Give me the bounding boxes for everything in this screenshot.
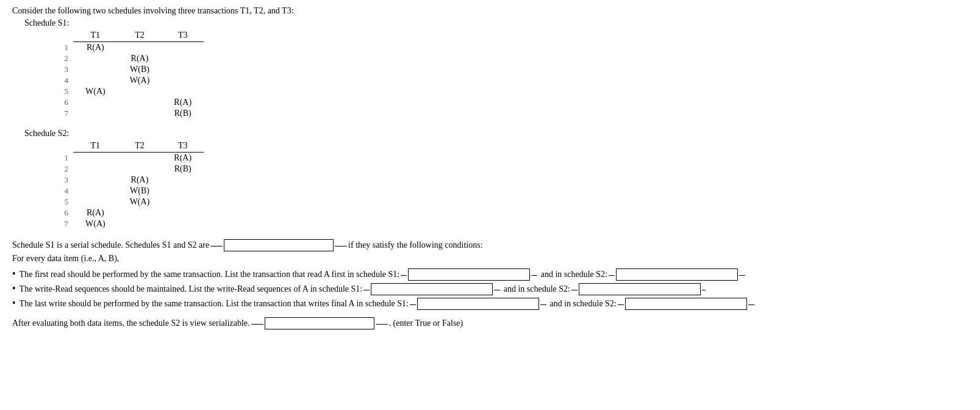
s1-row-4-t3 xyxy=(162,75,204,86)
s2-row-1-t2 xyxy=(118,153,162,164)
s2-row-num-2: 2 xyxy=(49,164,73,174)
bullet-1-sym: • xyxy=(12,268,16,279)
s1-row-6-t1 xyxy=(73,97,118,108)
s2-row-2-t1 xyxy=(73,164,118,174)
bullet-1-blank3 xyxy=(609,275,615,276)
s2-header-t2: T2 xyxy=(118,141,162,153)
s2-row-num-7: 7 xyxy=(49,218,73,229)
s2-row-num-5: 5 xyxy=(49,196,73,207)
bullet-1-input1[interactable] xyxy=(408,268,530,281)
after-blank1 xyxy=(251,324,263,325)
s1-row-4-t2: W(A) xyxy=(118,75,162,86)
bullet-1-blank4 xyxy=(739,275,745,276)
s1-row-7-t2 xyxy=(118,108,162,119)
serial-blank-after xyxy=(335,246,347,246)
s2-row-6-t2 xyxy=(118,207,162,218)
bullet-1-blank2 xyxy=(531,275,537,276)
after-line: After evaluating both data items, the sc… xyxy=(12,317,968,329)
serial-blank-before xyxy=(210,246,223,246)
s2-header-empty xyxy=(49,141,73,153)
table-row: 4W(B) xyxy=(49,185,204,196)
s2-row-3-t2: R(A) xyxy=(118,174,162,185)
s2-row-3-t1 xyxy=(73,174,118,185)
s1-row-num-3: 3 xyxy=(49,64,73,75)
s1-row-7-t1 xyxy=(73,108,118,119)
bullet-2-blank1 xyxy=(363,290,370,290)
bullet-3-text: The last write should be performed by th… xyxy=(20,299,409,309)
conditions-section: Schedule S1 is a serial schedule. Schedu… xyxy=(12,239,968,329)
bullet-3-input2[interactable] xyxy=(625,298,747,310)
s1-row-3-t3 xyxy=(162,64,204,75)
bullet-2-input2[interactable] xyxy=(579,283,701,295)
s1-row-2-t3 xyxy=(162,53,204,64)
s1-row-5-t3 xyxy=(162,86,204,97)
bullet-2-blank2 xyxy=(494,290,500,290)
s1-row-1-t2 xyxy=(118,42,162,54)
bullet-1-blank1 xyxy=(401,275,407,276)
table-row: 3R(A) xyxy=(49,174,204,185)
s2-row-num-3: 3 xyxy=(49,174,73,185)
s2-row-6-t3 xyxy=(162,207,204,218)
s1-row-2-t2: R(A) xyxy=(118,53,162,64)
table-row: 4W(A) xyxy=(49,75,204,86)
s2-row-num-6: 6 xyxy=(49,207,73,218)
bullet-1: • The first read should be performed by … xyxy=(12,268,968,281)
table-row: 5W(A) xyxy=(49,86,204,97)
bullet-2-blank3 xyxy=(571,290,578,290)
s2-row-7-t3 xyxy=(162,218,204,229)
bullet-3-sym: • xyxy=(12,298,16,309)
s2-row-4-t3 xyxy=(162,185,204,196)
s1-row-num-7: 7 xyxy=(49,108,73,119)
bullet-1-middle: and in schedule S2: xyxy=(538,270,607,279)
bullet-1-input2[interactable] xyxy=(616,268,738,281)
s1-row-num-5: 5 xyxy=(49,86,73,97)
s1-row-5-t2 xyxy=(118,86,162,97)
bullet-2-text: The write-Read sequences should be maint… xyxy=(20,284,363,294)
bullet-3-blank1 xyxy=(410,304,416,305)
bullet-3-blank2 xyxy=(540,304,546,305)
bullet-section: • The first read should be performed by … xyxy=(12,268,968,310)
table-row: 1R(A) xyxy=(49,42,204,54)
table-row: 7R(B) xyxy=(49,108,204,119)
after-part2: . (enter True or False) xyxy=(389,318,463,328)
intro-text: Consider the following two schedules inv… xyxy=(12,6,968,16)
s1-label: Schedule S1: xyxy=(24,18,968,28)
bullet-2-input1[interactable] xyxy=(371,283,493,295)
s1-header-t1: T1 xyxy=(73,31,118,42)
s2-row-1-t3: R(A) xyxy=(162,153,204,164)
s2-row-3-t3 xyxy=(162,174,204,185)
bullet-3: • The last write should be performed by … xyxy=(12,298,968,310)
s1-row-3-t1 xyxy=(73,64,118,75)
serial-part2: if they satisfy the following conditions… xyxy=(348,240,482,250)
after-part1: After evaluating both data items, the sc… xyxy=(12,318,250,328)
s2-row-7-t2 xyxy=(118,218,162,229)
s1-row-num-1: 1 xyxy=(49,42,73,54)
s1-row-3-t2: W(B) xyxy=(118,64,162,75)
bullet-3-input1[interactable] xyxy=(417,298,539,310)
s1-header-t3: T3 xyxy=(162,31,204,42)
bullet-2-blank4 xyxy=(702,290,706,290)
after-input[interactable] xyxy=(265,317,374,329)
s1-row-6-t2 xyxy=(118,97,162,108)
table-row: 3W(B) xyxy=(49,64,204,75)
s2-row-1-t1 xyxy=(73,153,118,164)
after-blank2 xyxy=(376,324,388,325)
table-row: 6R(A) xyxy=(49,97,204,108)
table-row: 2R(A) xyxy=(49,53,204,64)
serial-input[interactable] xyxy=(224,239,334,251)
s2-row-num-4: 4 xyxy=(49,185,73,196)
table-row: 1R(A) xyxy=(49,153,204,164)
s2-header-t3: T3 xyxy=(162,141,204,153)
s2-header-t1: T1 xyxy=(73,141,118,153)
s2-row-2-t2 xyxy=(118,164,162,174)
table-row: 5W(A) xyxy=(49,196,204,207)
table-row: 7W(A) xyxy=(49,218,204,229)
s2-row-7-t1: W(A) xyxy=(73,218,118,229)
s2-row-4-t2: W(B) xyxy=(118,185,162,196)
s2-row-6-t1: R(A) xyxy=(73,207,118,218)
bullet-2-middle: and in schedule S2: xyxy=(501,284,570,294)
bullet-2: • The write-Read sequences should be mai… xyxy=(12,283,968,295)
bullet-2-sym: • xyxy=(12,283,16,294)
bullet-3-middle: and in schedule S2: xyxy=(548,299,617,309)
serial-part1: Schedule S1 is a serial schedule. Schedu… xyxy=(12,240,209,250)
